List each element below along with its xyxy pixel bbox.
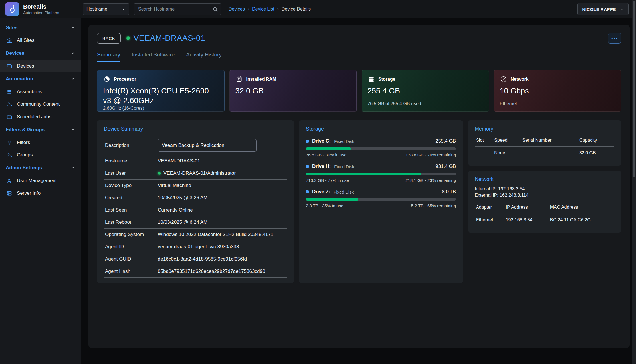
- sidebar-section-automation[interactable]: Automation: [0, 72, 81, 86]
- sidebar-item-label: Filters: [17, 140, 30, 145]
- tab-summary[interactable]: Summary: [97, 52, 120, 62]
- people-icon: [6, 101, 13, 107]
- more-actions-button[interactable]: ···: [608, 33, 621, 44]
- summary-row-last-user: Last User VEEAM-DRAAS-01\Administrator: [104, 167, 287, 180]
- stat-value: 255.4 GB: [368, 86, 483, 96]
- search-box: [134, 3, 221, 15]
- sidebar-item-label: Groups: [17, 152, 33, 158]
- breadcrumb-device-list[interactable]: Device List: [252, 7, 274, 12]
- scrollbar-thumb[interactable]: [633, 1, 635, 177]
- devices-icon: [6, 63, 13, 69]
- drive-usage-bar: [306, 147, 456, 150]
- hostname-filter-select[interactable]: Hostname: [83, 3, 129, 15]
- device-name: VEEAM-DRAAS-01: [134, 34, 205, 43]
- sidebar-section-devices[interactable]: Devices: [0, 47, 81, 60]
- sidebar-item-label: Server Info: [17, 190, 41, 196]
- summary-row-last-seen: Last Seen Currently Online: [104, 204, 287, 216]
- sidebar-item-assemblies[interactable]: Assemblies: [0, 86, 81, 98]
- sidebar-section-filters-groups[interactable]: Filters & Groups: [0, 123, 81, 136]
- network-icon: [500, 76, 507, 83]
- drive-bullet-icon: [306, 190, 309, 193]
- stat-value: 32.0 GB: [235, 86, 351, 96]
- user-menu-button[interactable]: NICOLE RAPPE: [577, 3, 629, 15]
- brand-name: Borealis: [23, 3, 59, 10]
- drive-c: Drive C: Fixed Disk 255.4 GB 76.5 GB - 3…: [306, 138, 456, 157]
- dropdown-caret-icon: [122, 7, 126, 11]
- drive-usage-bar: [306, 173, 456, 175]
- briefcase-icon: [6, 114, 13, 120]
- stat-footer: 2.60GHz (16-Cores): [103, 106, 219, 111]
- search-icon[interactable]: [213, 7, 218, 12]
- chevron-up-icon: [71, 166, 75, 170]
- header-controls: Hostname: [83, 3, 221, 15]
- memory-title: Memory: [475, 126, 614, 132]
- summary-row-agent-guid: Agent GUID de16c0c1-8aa2-4d18-9585-9ce91…: [104, 253, 287, 265]
- back-button[interactable]: BACK: [97, 33, 121, 44]
- summary-row-device-type: Device Type Virtual Machine: [104, 180, 287, 192]
- online-status-dot: [126, 36, 130, 40]
- chevron-up-icon: [71, 77, 75, 81]
- sidebar-item-server-info[interactable]: Server Info: [0, 187, 81, 200]
- tab-installed-software[interactable]: Installed Software: [132, 52, 175, 62]
- summary-row-agent-id: Agent ID veeam-draas-01-agent-svc-8930a3…: [104, 241, 287, 253]
- summary-row-hostname: Hostname VEEAM-DRAAS-01: [104, 155, 287, 167]
- stat-value: Intel(R) Xeon(R) CPU E5-2690 v3 @ 2.60GH…: [103, 86, 219, 106]
- body: Sites All Sites Devices Devices Au: [0, 18, 636, 364]
- tab-activity-history[interactable]: Activity History: [186, 52, 222, 62]
- sidebar-item-label: All Sites: [17, 38, 34, 43]
- memory-card: Memory Slot Speed Serial Number Capacity: [468, 120, 621, 166]
- sidebar-item-all-sites[interactable]: All Sites: [0, 34, 81, 47]
- search-input[interactable]: [138, 7, 213, 12]
- network-card: Network Internal IP: 192.168.3.54 Extern…: [468, 171, 621, 233]
- user-gear-icon: [6, 178, 13, 184]
- hostname-filter-value: Hostname: [86, 7, 107, 12]
- network-row: Ethernet 192.168.3.54 BC:24:11:CA:C6:2C: [475, 213, 614, 227]
- stat-title: Storage: [378, 77, 395, 82]
- brand-subtitle: Automation Platform: [23, 11, 59, 15]
- external-ip: External IP: 162.248.8.114: [475, 193, 614, 198]
- groups-icon: [6, 152, 13, 158]
- grid-icon: [6, 89, 13, 95]
- breadcrumb-separator: ›: [277, 7, 278, 12]
- user-name: NICOLE RAPPE: [582, 7, 616, 12]
- sidebar-item-label: Assemblies: [17, 89, 42, 95]
- memory-table: Slot Speed Serial Number Capacity: [475, 134, 614, 160]
- sidebar-item-scheduled-jobs[interactable]: Scheduled Jobs: [0, 111, 81, 123]
- stat-card-storage: Storage 255.4 GB 76.5 GB of 255.4 GB use…: [362, 70, 489, 112]
- building-icon: [6, 38, 13, 43]
- stat-title: Installed RAM: [246, 77, 276, 82]
- sidebar-item-groups[interactable]: Groups: [0, 149, 81, 161]
- stat-card-installed-ram: Installed RAM 32.0 GB: [229, 70, 357, 112]
- breadcrumb-devices[interactable]: Devices: [229, 7, 245, 12]
- sidebar-item-user-management[interactable]: User Management: [0, 174, 81, 187]
- storage-card: Storage Drive C: Fixed Disk 255.4 GB: [299, 120, 463, 283]
- description-input[interactable]: [158, 139, 257, 152]
- summary-row-created: Created 10/05/2025 @ 3:26 AM: [104, 192, 287, 204]
- sidebar-item-filters[interactable]: Filters: [0, 136, 81, 149]
- sidebar-section-admin-settings[interactable]: Admin Settings: [0, 161, 81, 174]
- borealis-logo-icon: [5, 2, 19, 16]
- device-summary-title: Device Summary: [104, 126, 287, 132]
- breadcrumb-device-details: Device Details: [282, 7, 311, 12]
- memory-row: None 32.0 GB: [475, 147, 614, 160]
- stat-cards: Processor Intel(R) Xeon(R) CPU E5-2690 v…: [97, 70, 621, 112]
- network-table: Adapter IP Address MAC Address Ethernet …: [475, 201, 614, 227]
- stat-footer: 76.5 GB of 255.4 GB used: [368, 101, 483, 106]
- device-summary-card: Device Summary Description Hostname VEEA…: [97, 120, 294, 283]
- sidebar-section-sites[interactable]: Sites: [0, 21, 81, 34]
- drive-bullet-icon: [306, 140, 309, 143]
- right-column: Memory Slot Speed Serial Number Capacity: [468, 120, 621, 233]
- network-title: Network: [475, 176, 614, 182]
- sidebar-item-community-content[interactable]: Community Content: [0, 98, 81, 111]
- stat-title: Network: [511, 77, 529, 82]
- drive-bullet-icon: [306, 165, 309, 168]
- sidebar-item-label: Scheduled Jobs: [17, 114, 51, 120]
- sidebar-item-devices[interactable]: Devices: [0, 60, 81, 72]
- device-details-panel: BACK VEEAM-DRAAS-01 ··· Summary Installe…: [88, 25, 630, 348]
- main-area: BACK VEEAM-DRAAS-01 ··· Summary Installe…: [81, 18, 636, 364]
- drive-h: Drive H: Fixed Disk 931.4 GB 713.3 GB - …: [306, 164, 456, 183]
- online-status-dot: [158, 172, 161, 175]
- brand-text: Borealis Automation Platform: [23, 3, 59, 15]
- storage-title: Storage: [306, 126, 456, 132]
- vertical-scrollbar[interactable]: [632, 0, 636, 364]
